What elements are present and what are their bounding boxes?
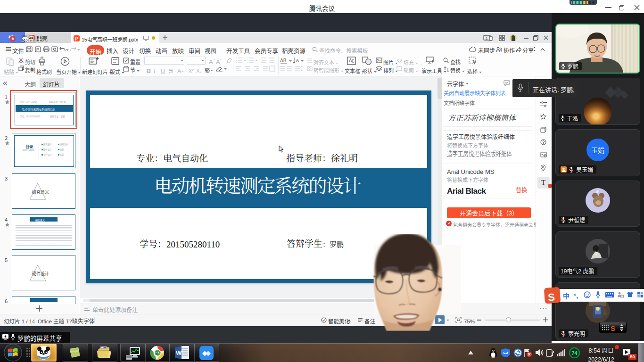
svg-text:1: 1: [486, 35, 488, 41]
svg-text:P: P: [36, 46, 39, 52]
svg-text:W: W: [176, 348, 182, 357]
svg-text:AB: AB: [280, 58, 287, 64]
svg-text:A: A: [349, 57, 352, 64]
svg-text:A: A: [296, 57, 299, 63]
svg-text:e: e: [155, 348, 158, 356]
